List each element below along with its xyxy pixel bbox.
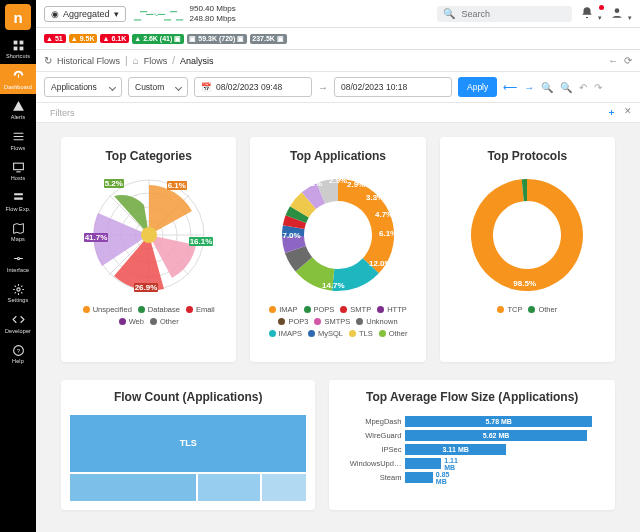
chevron-down-icon: ▾ bbox=[628, 14, 632, 21]
bar-label: WindowsUpd… bbox=[341, 459, 401, 468]
legend-swatch bbox=[308, 330, 315, 337]
search-box[interactable]: 🔍 bbox=[437, 6, 572, 22]
card-title: Top Applications bbox=[290, 149, 386, 163]
legend-item[interactable]: TLS bbox=[349, 329, 373, 338]
breadcrumb-leaf: Analysis bbox=[180, 56, 214, 66]
legend-item[interactable]: POPS bbox=[304, 305, 335, 314]
legend-item[interactable]: Web bbox=[119, 317, 144, 326]
sidebar-item-interface[interactable]: Interface bbox=[0, 247, 36, 278]
treemap-cell[interactable] bbox=[69, 473, 197, 502]
search-input[interactable] bbox=[459, 8, 566, 20]
legend-item[interactable]: Unknown bbox=[356, 317, 397, 326]
svg-point-6 bbox=[16, 287, 19, 290]
bar[interactable]: 5.62 MB bbox=[405, 430, 586, 441]
back-icon[interactable]: ← bbox=[608, 55, 618, 66]
legend-item[interactable]: Unspecified bbox=[83, 305, 132, 314]
legend-item[interactable]: MySQL bbox=[308, 329, 343, 338]
bar[interactable]: 1.11 MB bbox=[405, 458, 441, 469]
step-back-icon[interactable]: ⟵ bbox=[503, 82, 517, 93]
zoom-out-icon[interactable]: 🔍 bbox=[541, 82, 553, 93]
sidebar-item-hosts[interactable]: Hosts bbox=[0, 155, 36, 186]
aggregate-dropdown[interactable]: ◉ Aggregated ▾ bbox=[44, 6, 126, 22]
status-badge[interactable]: ▣ 59.3K (720) ▣ bbox=[187, 34, 247, 44]
legend-swatch bbox=[314, 318, 321, 325]
treemap-chart: TLS bbox=[69, 414, 307, 502]
gauge-icon bbox=[11, 69, 25, 83]
legend-label: IMAP bbox=[279, 305, 297, 314]
code-icon bbox=[11, 313, 25, 327]
card-title: Top Average Flow Size (Applications) bbox=[366, 390, 578, 404]
bar[interactable]: 5.78 MB bbox=[405, 416, 591, 427]
home-icon[interactable]: ⌂ bbox=[133, 55, 139, 66]
bar-track: 0.85 MB bbox=[405, 472, 599, 483]
breadcrumb-mid[interactable]: Flows bbox=[144, 56, 168, 66]
zoom-in-icon[interactable]: 🔍 bbox=[560, 82, 572, 93]
bar-track: 5.78 MB bbox=[405, 416, 599, 427]
legend-swatch bbox=[186, 306, 193, 313]
status-badge[interactable]: ▲ 9.5K bbox=[69, 34, 98, 43]
legend-item[interactable]: Email bbox=[186, 305, 215, 314]
sidebar-item-maps[interactable]: Maps bbox=[0, 216, 36, 247]
clear-filters-button[interactable]: ✕ bbox=[624, 106, 632, 119]
legend-item[interactable]: Other bbox=[528, 305, 557, 314]
legend-item[interactable]: TCP bbox=[497, 305, 522, 314]
metric-select[interactable]: Applications bbox=[44, 77, 122, 97]
datetime-from[interactable]: 📅 08/02/2023 09:48 bbox=[194, 77, 312, 97]
sidebar-item-developer[interactable]: Developer bbox=[0, 308, 36, 339]
sidebar-item-settings[interactable]: Settings bbox=[0, 277, 36, 308]
aggregate-label: Aggregated bbox=[63, 9, 110, 19]
sidebar-item-alerts[interactable]: Alerts bbox=[0, 94, 36, 125]
legend-item[interactable]: Other bbox=[379, 329, 408, 338]
treemap-cell[interactable] bbox=[261, 473, 307, 502]
legend-item[interactable]: IMAPS bbox=[269, 329, 302, 338]
sidebar-item-label: Help bbox=[12, 359, 24, 365]
bar-row: Steam0.85 MB bbox=[341, 472, 599, 483]
undo-icon[interactable]: ↶ bbox=[579, 82, 587, 93]
sidebar-item-dashboard[interactable]: Dashboard bbox=[0, 64, 36, 95]
legend-item[interactable]: SMTP bbox=[340, 305, 371, 314]
throughput-rates: 950.40 Mbps 248.80 Mbps bbox=[190, 4, 236, 22]
bar-row: WireGuard5.62 MB bbox=[341, 430, 599, 441]
sidebar-item-shortcuts[interactable]: Shortcuts bbox=[0, 33, 36, 64]
bar-row: WindowsUpd…1.11 MB bbox=[341, 458, 599, 469]
legend-item[interactable]: SMTPS bbox=[314, 317, 350, 326]
legend-label: Web bbox=[129, 317, 144, 326]
user-menu[interactable]: ▾ bbox=[610, 6, 632, 22]
legend-label: TCP bbox=[507, 305, 522, 314]
status-badge[interactable]: ▲ 51 bbox=[44, 34, 66, 43]
legend-item[interactable]: HTTP bbox=[377, 305, 407, 314]
notifications-button[interactable]: ▾ bbox=[580, 6, 602, 22]
sidebar-item-label: Dashboard bbox=[4, 85, 32, 91]
apply-button[interactable]: Apply bbox=[458, 77, 497, 97]
treemap-cell[interactable]: TLS bbox=[69, 414, 307, 473]
bar[interactable]: 0.85 MB bbox=[405, 472, 432, 483]
add-filter-button[interactable]: ＋ bbox=[607, 106, 616, 119]
bar-value: 5.62 MB bbox=[483, 432, 509, 439]
filters-row[interactable]: Filters ＋ ✕ bbox=[36, 103, 640, 123]
legend-item[interactable]: POP3 bbox=[278, 317, 308, 326]
legend-swatch bbox=[340, 306, 347, 313]
sidebar-item-help[interactable]: ? Help bbox=[0, 338, 36, 369]
radar-chart: 6.1% 16.1% 26.9% 41.7% 5.2% bbox=[84, 171, 214, 299]
brand-logo[interactable]: n bbox=[5, 4, 31, 30]
status-badge[interactable]: ▲ 2.6K (41) ▣ bbox=[132, 34, 184, 44]
legend-item[interactable]: IMAP bbox=[269, 305, 297, 314]
breadcrumb-root[interactable]: Historical Flows bbox=[57, 56, 120, 66]
redo-icon[interactable]: ↷ bbox=[594, 82, 602, 93]
status-badge[interactable]: ▲ 6.1K bbox=[100, 34, 129, 43]
legend-swatch bbox=[138, 306, 145, 313]
legend-item[interactable]: Database bbox=[138, 305, 180, 314]
range-select[interactable]: Custom bbox=[128, 77, 188, 97]
search-icon: 🔍 bbox=[443, 8, 455, 19]
sidebar-item-flowexp[interactable]: Flow Exp. bbox=[0, 186, 36, 217]
step-fwd-icon[interactable]: → bbox=[524, 82, 534, 93]
notification-dot bbox=[599, 5, 604, 10]
treemap-cell[interactable] bbox=[197, 473, 262, 502]
status-badge[interactable]: 237.5K ▣ bbox=[250, 34, 287, 44]
legend-item[interactable]: Other bbox=[150, 317, 179, 326]
bar[interactable]: 3.11 MB bbox=[405, 444, 505, 455]
refresh-icon[interactable]: ⟳ bbox=[624, 55, 632, 66]
legend: UnspecifiedDatabaseEmailWebOther bbox=[69, 305, 228, 326]
sidebar-item-flows[interactable]: Flows bbox=[0, 125, 36, 156]
datetime-to[interactable]: 08/02/2023 10:18 bbox=[334, 77, 452, 97]
